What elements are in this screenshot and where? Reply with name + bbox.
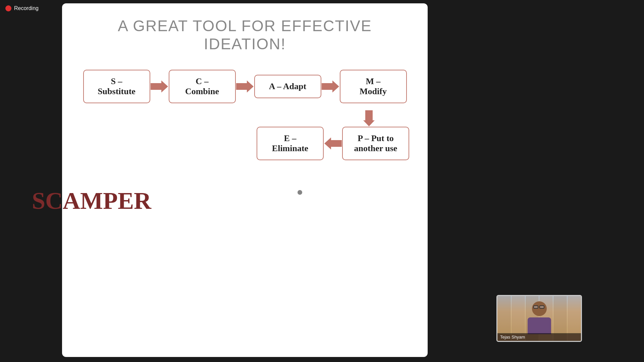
scamper-area: SCAMPER	[79, 174, 411, 215]
box-eliminate-letter: E –	[265, 133, 316, 143]
video-name-tag: Tejas Shyam	[497, 333, 581, 341]
second-flow-area: E – Eliminate P – Put to another use	[79, 127, 411, 160]
box-modify-word: Modify	[348, 86, 399, 97]
box-put-letter: P – Put to	[350, 133, 401, 143]
video-overlay: Tejas Shyam	[496, 295, 582, 342]
svg-marker-4	[324, 137, 342, 149]
box-adapt: A – Adapt	[254, 75, 321, 98]
box-substitute-word: Substitute	[91, 86, 142, 97]
box-adapt-letter: A – Adapt	[262, 81, 313, 92]
svg-marker-1	[236, 80, 254, 93]
slide-container: A GREAT TOOL FOR EFFECTIVE IDEATION! S –…	[62, 3, 428, 357]
arrow-right-icon-1	[151, 80, 168, 93]
svg-marker-2	[322, 80, 339, 93]
arrow-right-1	[150, 80, 169, 93]
recording-label: Recording	[14, 5, 39, 11]
box-combine: C – Combine	[169, 70, 236, 103]
flow-row-1: S – Substitute C – Combine A – Adapt	[79, 70, 411, 103]
recording-indicator: Recording	[5, 5, 39, 11]
svg-marker-0	[151, 80, 168, 93]
person-silhouette	[528, 301, 551, 334]
flow-row-2: E – Eliminate P – Put to another use	[257, 127, 409, 160]
box-substitute: S – Substitute	[83, 70, 150, 103]
svg-marker-3	[363, 110, 375, 126]
box-modify-letter: M –	[348, 76, 399, 86]
person-body	[528, 317, 551, 334]
person-glasses	[533, 305, 545, 309]
arrow-right-3	[321, 80, 340, 93]
box-combine-letter: C –	[177, 76, 228, 86]
arrow-left-1	[324, 137, 342, 150]
arrow-down-1	[362, 110, 376, 127]
arrow-right-icon-2	[236, 80, 254, 93]
scamper-title: SCAMPER	[32, 187, 151, 215]
arrow-right-icon-3	[322, 80, 339, 93]
box-combine-word: Combine	[177, 86, 228, 97]
recording-dot	[5, 5, 11, 11]
arrow-right-2	[236, 80, 254, 93]
box-substitute-letter: S –	[91, 76, 142, 86]
arrow-down-icon	[363, 110, 375, 126]
arrow-left-icon	[324, 137, 342, 149]
box-eliminate-word: Eliminate	[265, 143, 316, 154]
box-modify: M – Modify	[340, 70, 407, 103]
person-head	[532, 301, 547, 316]
glass-lens-left	[533, 305, 538, 309]
glass-lens-right	[539, 305, 544, 309]
box-put-word: another use	[350, 143, 401, 154]
box-eliminate: E – Eliminate	[257, 127, 324, 160]
box-put-another: P – Put to another use	[342, 127, 409, 160]
slide-title: A GREAT TOOL FOR EFFECTIVE IDEATION!	[79, 17, 411, 53]
